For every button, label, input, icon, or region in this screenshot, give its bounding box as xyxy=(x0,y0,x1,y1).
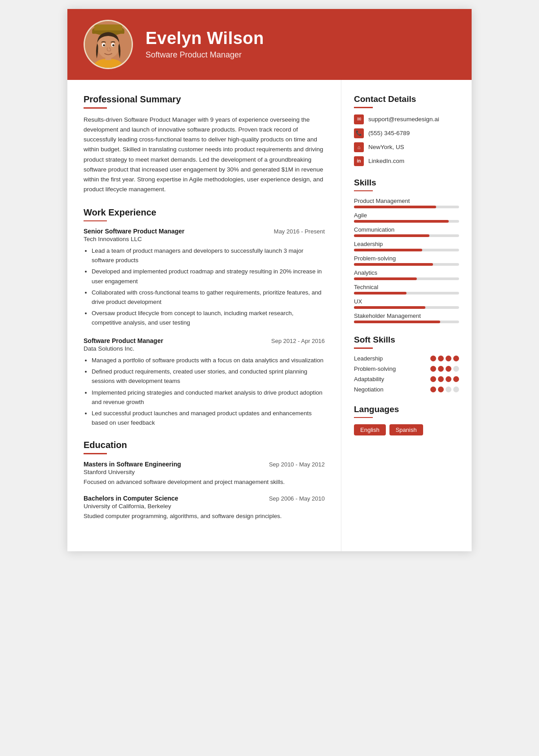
list-item: Lead a team of product managers and deve… xyxy=(92,246,325,265)
job-header: Senior Software Product Manager May 2016… xyxy=(84,228,325,235)
dot xyxy=(453,366,459,372)
soft-skill-name: Problem-solving xyxy=(354,365,396,372)
skill-bar-fill xyxy=(354,321,440,323)
language-tag: English xyxy=(354,424,386,435)
dot xyxy=(438,387,444,392)
list-item: Defined product requirements, created us… xyxy=(92,367,325,386)
skill-item: Product Management xyxy=(354,198,459,208)
soft-skill-name: Adaptability xyxy=(354,376,384,382)
job-company: Tech Innovations LLC xyxy=(84,236,325,242)
education-section: Education Masters in Software Engineerin… xyxy=(84,440,325,521)
skill-bar-fill xyxy=(354,249,422,251)
email-value: support@resumedesign.ai xyxy=(368,116,439,123)
skill-bar-fill xyxy=(354,234,429,237)
job-title: Senior Software Product Manager xyxy=(84,228,185,235)
skill-item: Problem-solving xyxy=(354,255,459,266)
skill-name: UX xyxy=(354,298,459,305)
soft-skill-item: Problem-solving xyxy=(354,365,459,372)
edu-desc: Focused on advanced software development… xyxy=(84,477,325,487)
linkedin-icon: in xyxy=(354,156,364,166)
edu-degree: Bachelors in Computer Science xyxy=(84,495,178,502)
summary-title: Professional Summary xyxy=(84,94,325,105)
skill-bar-fill xyxy=(354,277,417,280)
linkedin-item: in LinkedIn.com xyxy=(354,156,459,166)
dot xyxy=(430,387,436,392)
header-section: Evelyn Wilson Software Product Manager xyxy=(67,9,472,80)
dots-wrap xyxy=(430,366,459,372)
svg-point-7 xyxy=(103,44,105,47)
skill-item: Stakeholder Management xyxy=(354,312,459,323)
languages-underline xyxy=(354,417,373,418)
summary-text: Results-driven Software Product Manager … xyxy=(84,115,325,195)
experience-title: Work Experience xyxy=(84,207,325,218)
lang-tags: EnglishSpanish xyxy=(354,424,459,435)
skill-bar-fill xyxy=(354,306,425,309)
phone-value: (555) 345-6789 xyxy=(368,130,410,136)
left-column: Professional Summary Results-driven Soft… xyxy=(67,80,341,551)
dot xyxy=(438,366,444,372)
job-bullets: Lead a team of product managers and deve… xyxy=(84,246,325,327)
skill-bar-fill xyxy=(354,263,433,266)
dot xyxy=(438,356,444,361)
edu-dates: Sep 2006 - May 2010 xyxy=(269,495,325,502)
dot xyxy=(430,376,436,382)
dot xyxy=(446,356,451,361)
dot xyxy=(446,366,451,372)
phone-icon: 📞 xyxy=(354,128,364,138)
job-company: Data Solutions Inc. xyxy=(84,345,325,352)
skill-name: Technical xyxy=(354,284,459,290)
candidate-title: Software Product Manager xyxy=(146,50,264,60)
skill-name: Stakeholder Management xyxy=(354,312,459,319)
languages-section: Languages EnglishSpanish xyxy=(354,404,459,436)
job-title: Software Product Manager xyxy=(84,337,163,344)
soft-skill-item: Adaptability xyxy=(354,376,459,382)
contact-underline xyxy=(354,107,373,108)
edu-degree: Masters in Software Engineering xyxy=(84,461,181,468)
edu-header: Bachelors in Computer Science Sep 2006 -… xyxy=(84,495,325,502)
list-item: Collaborated with cross-functional teams… xyxy=(92,288,325,307)
body-section: Professional Summary Results-driven Soft… xyxy=(67,80,472,551)
dots-wrap xyxy=(430,387,459,392)
phone-item: 📞 (555) 345-6789 xyxy=(354,128,459,138)
skill-bar-fill xyxy=(354,220,449,223)
edu-school: University of California, Berkeley xyxy=(84,503,325,510)
edu-container: Masters in Software Engineering Sep 2010… xyxy=(84,461,325,521)
skill-bar-fill xyxy=(354,292,406,294)
linkedin-value: LinkedIn.com xyxy=(368,158,404,164)
job-bullets: Managed a portfolio of software products… xyxy=(84,356,325,427)
dot xyxy=(446,376,451,382)
job-dates: May 2016 - Present xyxy=(274,228,325,235)
edu-item: Masters in Software Engineering Sep 2010… xyxy=(84,461,325,487)
list-item: Managed a portfolio of software products… xyxy=(92,356,325,365)
edu-dates: Sep 2010 - May 2012 xyxy=(269,461,325,468)
skill-item: Leadership xyxy=(354,241,459,251)
edu-item: Bachelors in Computer Science Sep 2006 -… xyxy=(84,495,325,521)
skill-bar-bg xyxy=(354,234,459,237)
skill-item: Technical xyxy=(354,284,459,294)
contact-section: Contact Details ✉ support@resumedesign.a… xyxy=(354,94,459,166)
contact-title: Contact Details xyxy=(354,94,459,104)
dot xyxy=(430,366,436,372)
job-header: Software Product Manager Sep 2012 - Apr … xyxy=(84,337,325,344)
education-title: Education xyxy=(84,440,325,450)
soft-skills-container: Leadership Problem-solving Adaptability … xyxy=(354,355,459,393)
dot xyxy=(430,356,436,361)
location-item: ⌂ NewYork, US xyxy=(354,142,459,152)
soft-skills-title: Soft Skills xyxy=(354,335,459,345)
resume-container: Evelyn Wilson Software Product Manager P… xyxy=(67,9,472,551)
skill-item: UX xyxy=(354,298,459,309)
skill-name: Agile xyxy=(354,212,459,219)
edu-school: Stanford University xyxy=(84,469,325,475)
skills-container: Product Management Agile Communication L… xyxy=(354,198,459,323)
summary-underline xyxy=(84,107,107,109)
skills-section: Skills Product Management Agile Communic… xyxy=(354,178,459,324)
skill-name: Analytics xyxy=(354,269,459,276)
dots-wrap xyxy=(430,376,459,382)
avatar xyxy=(84,20,133,69)
skill-bar-bg xyxy=(354,220,459,223)
location-icon: ⌂ xyxy=(354,142,364,152)
skill-bar-bg xyxy=(354,321,459,323)
skill-bar-bg xyxy=(354,292,459,294)
language-tag: Spanish xyxy=(389,424,423,435)
skill-bar-bg xyxy=(354,263,459,266)
